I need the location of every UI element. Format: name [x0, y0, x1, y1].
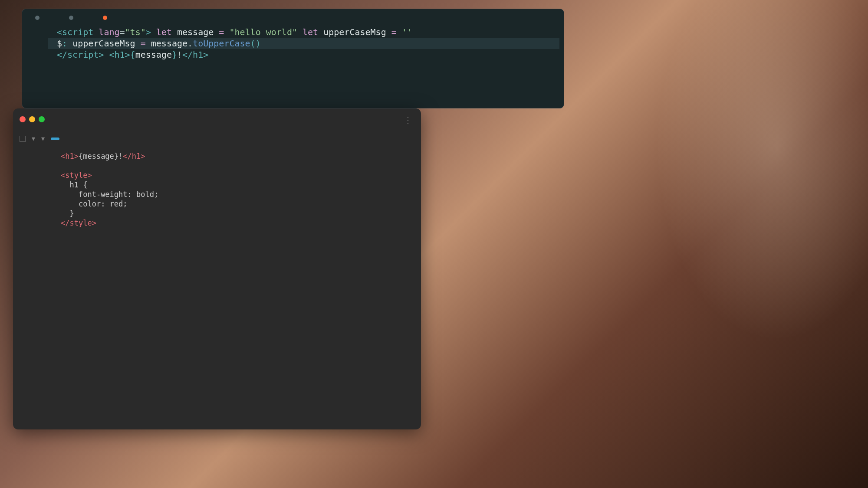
- traffic-lights: [20, 116, 45, 122]
- code-editor-window: <script lang="ts"> let message = "hello …: [22, 9, 564, 108]
- status-dropdown[interactable]: ▾: [41, 134, 45, 143]
- notes-content[interactable]: <h1>{message}!</h1> <style> h1 { font-we…: [13, 147, 421, 232]
- web-badge[interactable]: [51, 138, 59, 140]
- notes-window: ⋮ ▾ ▾ <h1>{message}!</h1> <style> h1 { f…: [13, 108, 421, 429]
- close-button[interactable]: [20, 116, 26, 122]
- tab-badge[interactable]: [90, 9, 124, 26]
- editor-code[interactable]: <script lang="ts"> let message = "hello …: [57, 26, 559, 60]
- more-icon[interactable]: ⋮: [404, 115, 412, 125]
- dot-icon: [35, 16, 39, 20]
- titlebar: [13, 108, 421, 130]
- tab-counter[interactable]: [22, 9, 56, 26]
- maximize-button[interactable]: [39, 116, 45, 122]
- checkbox-icon[interactable]: [20, 136, 26, 142]
- minimize-button[interactable]: [29, 116, 35, 122]
- tab-page[interactable]: [56, 9, 90, 26]
- dot-icon: [69, 16, 73, 20]
- learn-dropdown[interactable]: ▾: [32, 134, 35, 143]
- dot-icon: [103, 16, 107, 20]
- editor-tabs: [22, 9, 564, 26]
- notes-toolbar: ▾ ▾: [13, 134, 421, 143]
